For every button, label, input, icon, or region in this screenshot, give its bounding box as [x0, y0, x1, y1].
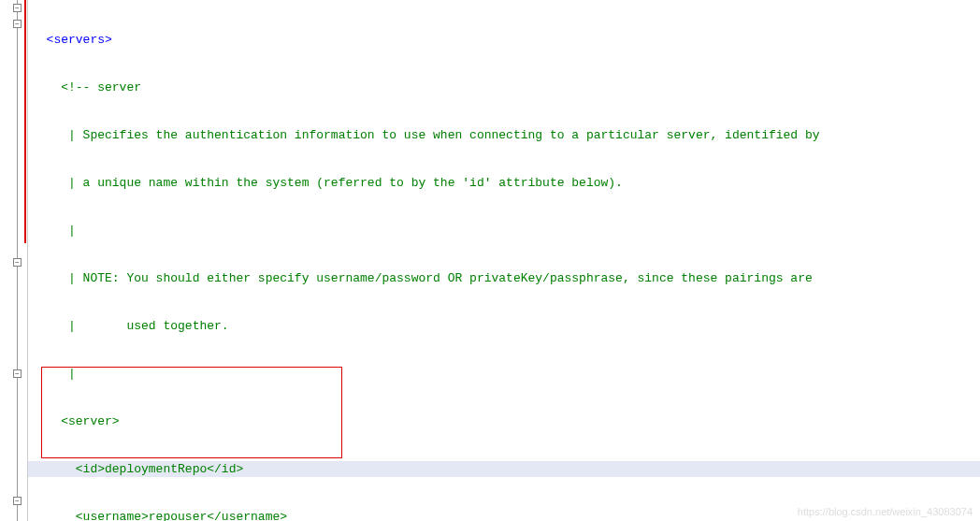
fold-marker[interactable]: −	[13, 258, 22, 267]
watermark: https://blog.csdn.net/weixin_43083074	[798, 506, 973, 517]
xml-comment: <username>repouser</username>	[32, 510, 287, 521]
xml-comment: | a unique name within the system (refer…	[32, 176, 623, 190]
xml-comment: <server>	[32, 414, 120, 428]
xml-comment: |	[32, 224, 76, 238]
xml-comment: <!-- server	[32, 80, 141, 94]
code-editor[interactable]: <servers> <!-- server | Specifies the au…	[28, 0, 980, 521]
xml-comment: <id>deploymentRepo</id>	[32, 462, 243, 476]
fold-marker[interactable]: −	[13, 20, 22, 28]
xml-comment: | used together.	[32, 319, 229, 333]
xml-tag: <servers>	[32, 33, 112, 47]
fold-marker[interactable]: −	[13, 497, 22, 505]
xml-comment: | Specifies the authentication informati…	[32, 128, 820, 142]
xml-comment: |	[32, 367, 76, 381]
fold-marker[interactable]: −	[13, 369, 22, 378]
change-marker	[24, 0, 26, 243]
current-line: <id>deploymentRepo</id>	[28, 461, 980, 477]
fold-marker[interactable]: −	[13, 4, 22, 12]
editor-gutter[interactable]: − − − − −	[0, 0, 28, 521]
xml-comment: | NOTE: You should either specify userna…	[32, 271, 813, 285]
